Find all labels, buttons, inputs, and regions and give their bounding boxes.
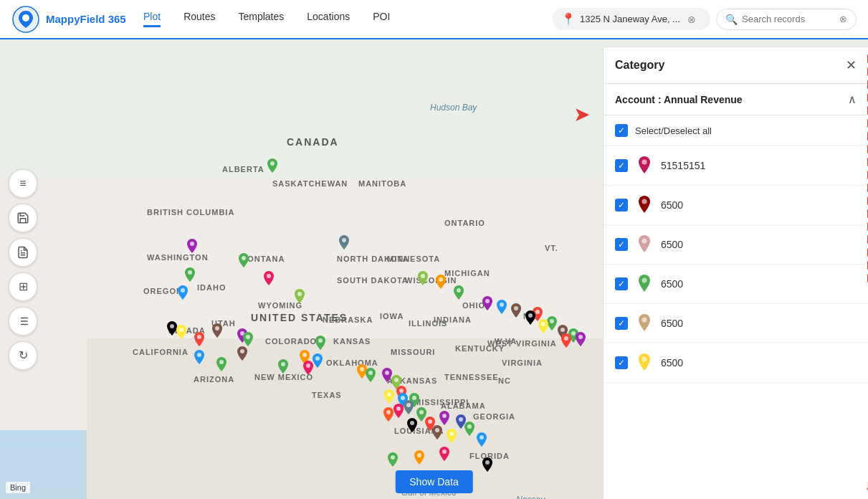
items-list: ✓ 51515151✓ 6500✓ 6500✓ 6500✓ 6500✓ 6500: [604, 146, 868, 499]
map-pin[interactable]: [481, 457, 494, 473]
map-pin[interactable]: [560, 333, 573, 349]
map-pin[interactable]: [314, 336, 327, 351]
nav-locations[interactable]: Locations: [307, 11, 350, 27]
map-pin[interactable]: [463, 422, 476, 437]
menu-button[interactable]: ≡: [9, 169, 37, 198]
list-button[interactable]: [9, 307, 37, 336]
item-value: 6500: [661, 199, 857, 211]
map-pin[interactable]: [413, 450, 426, 466]
map-pin[interactable]: [438, 447, 451, 462]
map-pin[interactable]: [524, 310, 537, 326]
map-pin[interactable]: [364, 368, 377, 384]
svg-point-51: [500, 303, 504, 307]
category-panel: Category ✕ Account : Annual Revenue ∧ ✓ …: [603, 47, 868, 499]
svg-point-19: [306, 363, 310, 368]
map-pin[interactable]: [302, 361, 315, 376]
nav-routes[interactable]: Routes: [183, 11, 215, 27]
svg-point-73: [642, 278, 647, 283]
logo-text: MappyField 365: [46, 13, 126, 25]
map-pin[interactable]: [382, 407, 395, 423]
map-pin[interactable]: [237, 253, 250, 269]
svg-point-6: [267, 274, 271, 278]
location-close-icon[interactable]: ⊗: [687, 14, 696, 25]
item-checkbox[interactable]: ✓: [615, 317, 628, 330]
map-pin[interactable]: [183, 267, 196, 283]
map-pin[interactable]: [537, 319, 550, 335]
svg-point-61: [242, 256, 246, 260]
map-pin[interactable]: [193, 350, 206, 366]
svg-point-40: [435, 428, 439, 432]
svg-point-34: [419, 410, 424, 414]
svg-point-44: [417, 453, 421, 457]
save-button[interactable]: [9, 204, 37, 232]
color-pin-icon: [636, 156, 652, 175]
svg-point-3: [342, 238, 346, 242]
map-pin[interactable]: [438, 411, 451, 427]
svg-point-22: [219, 360, 224, 364]
map-pin[interactable]: [293, 289, 306, 305]
svg-point-38: [410, 421, 414, 425]
map-pin[interactable]: [211, 323, 224, 339]
map-pin[interactable]: [452, 285, 465, 301]
map-pin[interactable]: [193, 332, 206, 348]
item-checkbox[interactable]: ✓: [615, 199, 628, 212]
select-all-label: Select/Deselect all: [635, 125, 712, 136]
map-pin[interactable]: [338, 235, 350, 251]
nav-templates[interactable]: Templates: [238, 11, 284, 27]
svg-point-2: [270, 161, 275, 166]
svg-point-55: [550, 319, 554, 323]
map-pin[interactable]: [495, 300, 508, 315]
map-pin[interactable]: [176, 285, 189, 301]
svg-point-28: [387, 392, 391, 396]
svg-point-74: [642, 318, 647, 323]
map-pin[interactable]: [242, 332, 254, 348]
search-input[interactable]: [742, 14, 835, 24]
map-pin[interactable]: [186, 239, 199, 255]
item-checkbox[interactable]: ✓: [615, 159, 628, 172]
map-pin[interactable]: [431, 425, 444, 441]
svg-point-47: [421, 274, 425, 278]
show-data-button[interactable]: Show Data: [395, 470, 472, 493]
item-checkbox[interactable]: ✓: [615, 356, 628, 369]
select-all-checkbox[interactable]: ✓: [615, 124, 628, 137]
search-clear-icon[interactable]: ⊗: [839, 14, 847, 24]
search-bar[interactable]: 🔍 ⊗: [716, 9, 857, 30]
svg-point-52: [514, 306, 518, 310]
svg-point-43: [442, 450, 447, 454]
panel-close-button[interactable]: ✕: [846, 57, 857, 73]
nav-poi[interactable]: POI: [373, 11, 390, 27]
map-pin[interactable]: [416, 271, 429, 287]
chevron-up-icon[interactable]: ∧: [848, 92, 857, 106]
grid-button[interactable]: ⊞: [9, 272, 37, 301]
nav-plot[interactable]: Plot: [143, 11, 161, 27]
svg-point-5: [188, 270, 192, 275]
map-pin[interactable]: [475, 432, 488, 448]
map-pin[interactable]: [445, 429, 458, 445]
svg-point-39: [467, 424, 472, 429]
item-checkbox[interactable]: ✓: [615, 238, 628, 251]
item-checkbox[interactable]: ✓: [615, 277, 628, 290]
color-pin-icon: [636, 235, 652, 254]
map-pin[interactable]: [510, 303, 523, 319]
map-pin[interactable]: [481, 296, 494, 312]
map-pin[interactable]: [266, 158, 279, 174]
svg-point-54: [528, 313, 533, 318]
svg-point-37: [428, 419, 432, 424]
map-pin[interactable]: [574, 332, 587, 348]
map-pin[interactable]: [236, 346, 249, 362]
map-pin[interactable]: [215, 357, 228, 373]
svg-point-21: [197, 353, 201, 357]
map-pin[interactable]: [277, 359, 290, 375]
document-button[interactable]: [9, 238, 37, 267]
map-pin[interactable]: [406, 418, 419, 434]
map-pin[interactable]: [434, 275, 447, 290]
map-pin[interactable]: [175, 325, 188, 341]
refresh-button[interactable]: ↻: [9, 341, 37, 370]
svg-point-8: [181, 288, 185, 293]
svg-point-45: [391, 455, 395, 460]
location-bar[interactable]: 📍 1325 N Janeway Ave, ... ⊗: [553, 8, 710, 30]
map-pin[interactable]: [383, 389, 396, 405]
map-pin[interactable]: [386, 452, 399, 468]
map-pin[interactable]: [262, 271, 275, 287]
svg-point-13: [246, 335, 250, 339]
